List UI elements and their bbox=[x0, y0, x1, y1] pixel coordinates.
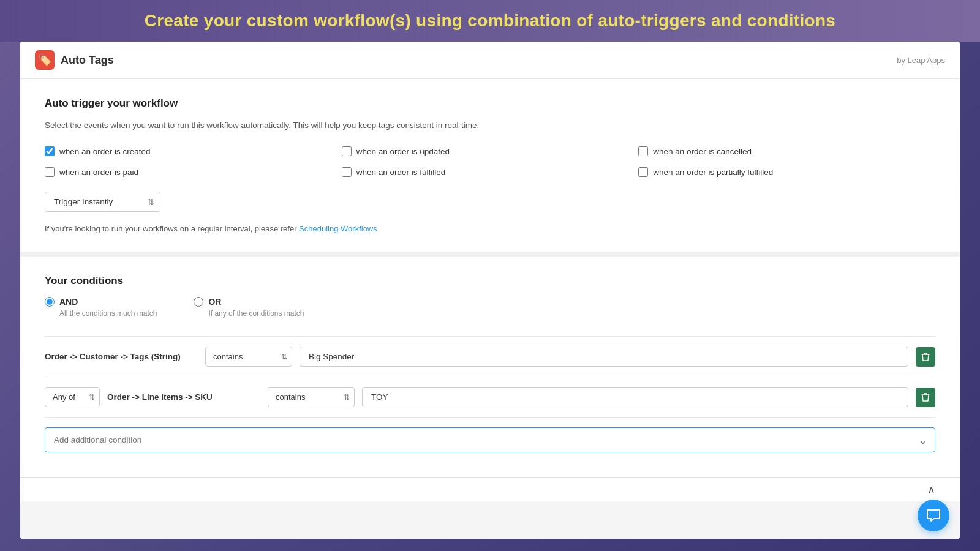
radio-or-option[interactable]: OR If any of the conditions match bbox=[194, 297, 304, 318]
auto-trigger-section: Auto trigger your workflow Select the ev… bbox=[20, 79, 960, 257]
checkbox-order-partial-label[interactable]: when an order is partially fulfilled bbox=[653, 168, 773, 177]
condition-1-field-label: Order -> Customer -> Tags (String) bbox=[45, 352, 198, 361]
checkbox-order-paid-label[interactable]: when an order is paid bbox=[59, 168, 138, 177]
radio-or-input[interactable] bbox=[194, 297, 203, 307]
banner-title: Create your custom workflow(s) using com… bbox=[37, 11, 943, 31]
radio-and-input[interactable] bbox=[45, 297, 55, 307]
app-content: Auto trigger your workflow Select the ev… bbox=[20, 79, 960, 539]
checkbox-order-created-input[interactable] bbox=[45, 146, 55, 156]
radio-and-sublabel: All the conditions much match bbox=[59, 309, 157, 318]
checkbox-order-partial[interactable]: when an order is partially fulfilled bbox=[638, 167, 935, 177]
checkbox-order-created[interactable]: when an order is created bbox=[45, 146, 342, 156]
app-name: Auto Tags bbox=[61, 54, 114, 67]
bottom-bar: ∧ bbox=[20, 477, 960, 501]
condition-2-operator-select[interactable]: contains does not contain equals starts … bbox=[268, 387, 355, 407]
scheduling-note: If you're looking to run your workflows … bbox=[45, 224, 935, 233]
checkbox-order-fulfilled-input[interactable] bbox=[342, 167, 352, 177]
radio-and-label[interactable]: AND bbox=[59, 297, 78, 307]
checkbox-order-fulfilled-label[interactable]: when an order is fulfilled bbox=[356, 168, 446, 177]
chat-button[interactable] bbox=[918, 500, 949, 531]
checkbox-order-cancelled-input[interactable] bbox=[638, 146, 648, 156]
radio-or-label[interactable]: OR bbox=[208, 297, 221, 307]
checkbox-grid: when an order is created when an order i… bbox=[45, 146, 935, 177]
condition-1-value-input[interactable] bbox=[300, 347, 908, 367]
condition-2-value-input[interactable] bbox=[362, 387, 908, 407]
conditions-title: Your conditions bbox=[45, 275, 935, 287]
condition-1-operator-select[interactable]: contains does not contain equals starts … bbox=[205, 347, 292, 367]
condition-row-1: Order -> Customer -> Tags (String) conta… bbox=[45, 336, 935, 377]
app-logo: 🏷️ Auto Tags bbox=[35, 50, 114, 70]
condition-1-operator-wrapper[interactable]: contains does not contain equals starts … bbox=[205, 347, 292, 367]
checkbox-order-cancelled[interactable]: when an order is cancelled bbox=[638, 146, 935, 156]
condition-2-anyof-wrapper[interactable]: Any of All of None of bbox=[45, 387, 100, 407]
scheduling-note-text: If you're looking to run your workflows … bbox=[45, 224, 296, 233]
condition-2-delete-button[interactable] bbox=[916, 388, 935, 407]
app-logo-icon: 🏷️ bbox=[35, 50, 55, 70]
logo-emoji: 🏷️ bbox=[38, 53, 51, 67]
trigger-select[interactable]: Trigger Instantly Trigger After 5 minute… bbox=[45, 192, 160, 212]
trash-icon-2 bbox=[921, 392, 930, 402]
trash-icon bbox=[921, 352, 930, 362]
condition-1-delete-button[interactable] bbox=[916, 347, 935, 367]
checkbox-order-fulfilled[interactable]: when an order is fulfilled bbox=[342, 167, 639, 177]
radio-or-row[interactable]: OR bbox=[194, 297, 304, 307]
top-banner: Create your custom workflow(s) using com… bbox=[0, 0, 980, 42]
chat-icon bbox=[926, 509, 941, 522]
checkbox-order-paid[interactable]: when an order is paid bbox=[45, 167, 342, 177]
checkbox-order-cancelled-label[interactable]: when an order is cancelled bbox=[653, 147, 752, 156]
radio-and-row[interactable]: AND bbox=[45, 297, 157, 307]
checkbox-order-updated-label[interactable]: when an order is updated bbox=[356, 147, 450, 156]
radio-and-option[interactable]: AND All the conditions much match bbox=[45, 297, 157, 318]
checkbox-order-updated[interactable]: when an order is updated bbox=[342, 146, 639, 156]
auto-trigger-description: Select the events when you want to run t… bbox=[45, 119, 935, 132]
app-window: 🏷️ Auto Tags by Leap Apps Auto trigger y… bbox=[20, 42, 960, 539]
checkbox-order-updated-input[interactable] bbox=[342, 146, 352, 156]
add-condition-wrapper[interactable]: ⌄ bbox=[45, 427, 935, 452]
trigger-select-wrapper[interactable]: Trigger Instantly Trigger After 5 minute… bbox=[45, 192, 160, 212]
auto-trigger-title: Auto trigger your workflow bbox=[45, 97, 935, 110]
condition-2-field-label: Order -> Line Items -> SKU bbox=[107, 392, 260, 402]
checkbox-order-partial-input[interactable] bbox=[638, 167, 648, 177]
conditions-section: Your conditions AND All the conditions m… bbox=[20, 257, 960, 477]
radio-or-sublabel: If any of the conditions match bbox=[208, 309, 304, 318]
checkbox-order-created-label[interactable]: when an order is created bbox=[59, 147, 151, 156]
checkbox-order-paid-input[interactable] bbox=[45, 167, 55, 177]
condition-2-operator-wrapper[interactable]: contains does not contain equals starts … bbox=[268, 387, 355, 407]
app-byline: by Leap Apps bbox=[897, 56, 945, 65]
add-condition-row: ⌄ bbox=[45, 417, 935, 459]
collapse-icon[interactable]: ∧ bbox=[927, 483, 935, 497]
radio-group: AND All the conditions much match OR If … bbox=[45, 297, 935, 318]
condition-2-anyof-select[interactable]: Any of All of None of bbox=[45, 387, 100, 407]
app-header: 🏷️ Auto Tags by Leap Apps bbox=[20, 42, 960, 79]
condition-row-2: Any of All of None of Order -> Line Item… bbox=[45, 377, 935, 417]
add-condition-input[interactable] bbox=[45, 427, 935, 452]
scheduling-link[interactable]: Scheduling Workflows bbox=[299, 224, 377, 233]
